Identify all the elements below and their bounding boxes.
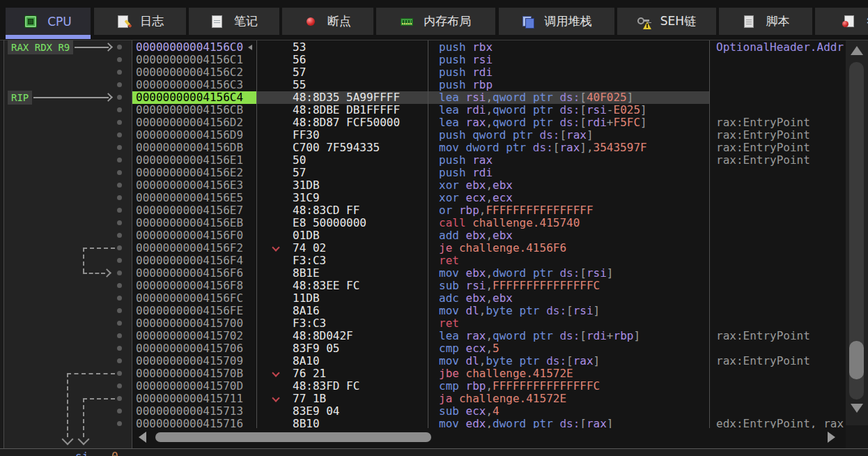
bytes-cell[interactable]: 76 21: [256, 367, 428, 380]
breakpoint-dot[interactable]: [117, 321, 122, 326]
breakpoint-dot[interactable]: [117, 220, 122, 225]
instruction-cell[interactable]: ret: [428, 317, 709, 330]
bytes-cell[interactable]: E8 50000000: [256, 217, 428, 229]
address-cell[interactable]: 00000000004156D2: [132, 116, 256, 129]
comment-cell[interactable]: rax:EntryPoint: [709, 330, 846, 342]
disasm-row[interactable]: 00000000004156E531C9xor ecx,ecx: [132, 192, 846, 204]
disasm-row[interactable]: 00000000004156FC11DBadc ebx,ebx: [132, 292, 846, 305]
comment-cell[interactable]: [709, 380, 846, 393]
comment-cell[interactable]: [709, 91, 846, 104]
instruction-cell[interactable]: cmp ecx,5: [428, 342, 709, 355]
disasm-row[interactable]: 00000000004156F848:83EE FCsub rsi,FFFFFF…: [132, 280, 846, 292]
disassembly-panel[interactable]: 00000000004156C053push rbxOptionalHeader…: [132, 40, 846, 449]
tab-notes[interactable]: 笔记: [189, 8, 279, 35]
bytes-cell[interactable]: 50: [256, 154, 428, 167]
disasm-row[interactable]: 00000000004156D9FF30push qword ptr ds:[r…: [132, 129, 846, 142]
address-cell[interactable]: 00000000004156F0: [132, 229, 256, 242]
bytes-cell[interactable]: 8B1E: [256, 267, 428, 280]
disasm-row[interactable]: 00000000004156F68B1Emov ebx,dword ptr ds…: [132, 267, 846, 280]
instruction-cell[interactable]: push rbx: [428, 41, 709, 54]
disasm-row[interactable]: 00000000004156FE8A16mov dl,byte ptr ds:[…: [132, 305, 846, 317]
instruction-cell[interactable]: sub rsi,FFFFFFFFFFFFFFFC: [428, 280, 709, 292]
comment-cell[interactable]: [709, 66, 846, 79]
bytes-cell[interactable]: 48:8D042F: [256, 330, 428, 342]
scroll-right-arrow-icon[interactable]: [828, 432, 835, 443]
instruction-cell[interactable]: mov ebx,dword ptr ds:[rsi]: [428, 267, 709, 280]
comment-cell[interactable]: [709, 167, 846, 179]
bytes-cell[interactable]: 11DB: [256, 292, 428, 305]
instruction-cell[interactable]: xor ecx,ecx: [428, 192, 709, 204]
address-cell[interactable]: 0000000000415711: [132, 393, 256, 405]
disasm-row[interactable]: 00000000004156DBC700 7F594335mov dword p…: [132, 142, 846, 154]
address-cell[interactable]: 00000000004156F4: [132, 254, 256, 267]
address-cell[interactable]: 0000000000415702: [132, 330, 256, 342]
comment-cell[interactable]: OptionalHeader.Addr: [709, 41, 846, 54]
breakpoint-dot[interactable]: [117, 95, 122, 100]
bytes-cell[interactable]: F3:C3: [256, 317, 428, 330]
address-cell[interactable]: 00000000004156E2: [132, 167, 256, 179]
instruction-cell[interactable]: lea rax,qword ptr ds:[rdi+rbp]: [428, 330, 709, 342]
address-cell[interactable]: 00000000004156FE: [132, 305, 256, 317]
address-cell[interactable]: 00000000004156DB: [132, 142, 256, 154]
address-cell[interactable]: 00000000004156C2: [132, 66, 256, 79]
disasm-row[interactable]: 00000000004156C257push rdi: [132, 66, 846, 79]
breakpoint-dot[interactable]: [117, 70, 122, 75]
bytes-cell[interactable]: 31DB: [256, 179, 428, 192]
address-cell[interactable]: 000000000041570B: [132, 367, 256, 380]
comment-cell[interactable]: [709, 305, 846, 317]
address-cell[interactable]: 00000000004156E1: [132, 154, 256, 167]
breakpoint-dot[interactable]: [117, 346, 122, 351]
breakpoint-dot[interactable]: [117, 245, 122, 250]
tab-call-stack[interactable]: 调用堆栈: [499, 8, 614, 35]
breakpoint-dot[interactable]: [117, 283, 122, 288]
instruction-cell[interactable]: call challenge.415740: [428, 217, 709, 229]
instruction-cell[interactable]: push rdi: [428, 167, 709, 179]
instruction-cell[interactable]: push rax: [428, 154, 709, 167]
disasm-row[interactable]: 0000000000415700F3:C3ret: [132, 317, 846, 330]
address-cell[interactable]: 00000000004156C0: [132, 41, 256, 54]
comment-cell[interactable]: [709, 317, 846, 330]
breakpoint-dot[interactable]: [117, 183, 122, 188]
breakpoint-dot[interactable]: [117, 170, 122, 175]
comment-cell[interactable]: [709, 204, 846, 217]
breakpoint-dot[interactable]: [117, 195, 122, 200]
instruction-cell[interactable]: ret: [428, 254, 709, 267]
bytes-cell[interactable]: 57: [256, 66, 428, 79]
bytes-cell[interactable]: 31C9: [256, 192, 428, 204]
tab-memory-map[interactable]: 内存布局: [376, 8, 495, 35]
address-cell[interactable]: 00000000004156C3: [132, 79, 256, 91]
tab-script[interactable]: 脚本: [719, 8, 812, 35]
disasm-row[interactable]: 00000000004156E257push rdi: [132, 167, 846, 179]
address-cell[interactable]: 00000000004156CB: [132, 104, 256, 116]
bytes-cell[interactable]: 48:83CD FF: [256, 204, 428, 217]
tab-cpu[interactable]: CPU: [6, 8, 91, 35]
breakpoint-dot[interactable]: [117, 358, 122, 363]
comment-cell[interactable]: [709, 79, 846, 91]
instruction-cell[interactable]: cmp rbp,FFFFFFFFFFFFFFFC: [428, 380, 709, 393]
address-cell[interactable]: 0000000000415706: [132, 342, 256, 355]
bytes-cell[interactable]: 8A10: [256, 355, 428, 367]
bytes-cell[interactable]: F3:C3: [256, 254, 428, 267]
scroll-up-arrow-icon[interactable]: [851, 46, 863, 55]
breakpoint-dot[interactable]: [117, 308, 122, 313]
bytes-cell[interactable]: C700 7F594335: [256, 142, 428, 154]
comment-cell[interactable]: [709, 242, 846, 254]
tab-seh-chain[interactable]: SEH链: [617, 8, 716, 35]
instruction-cell[interactable]: lea rax,qword ptr ds:[rdi+F5FC]: [428, 116, 709, 129]
address-cell[interactable]: 00000000004156E7: [132, 204, 256, 217]
address-cell[interactable]: 00000000004156C1: [132, 54, 256, 66]
comment-cell[interactable]: rax:EntryPoint: [709, 142, 846, 154]
comment-cell[interactable]: [709, 393, 846, 405]
disasm-row[interactable]: 00000000004156F274 02je challenge.4156F6: [132, 242, 846, 254]
disasm-row[interactable]: 00000000004156F4F3:C3ret: [132, 254, 846, 267]
bytes-cell[interactable]: 57: [256, 167, 428, 179]
instruction-cell[interactable]: jbe challenge.41572E: [428, 367, 709, 380]
comment-cell[interactable]: [709, 405, 846, 418]
disasm-row[interactable]: 00000000004156F001DBadd ebx,ebx: [132, 229, 846, 242]
comment-cell[interactable]: [709, 367, 846, 380]
address-cell[interactable]: 00000000004156F8: [132, 280, 256, 292]
disasm-row[interactable]: 00000000004156CB48:8DBE DB1FFFFFlea rdi,…: [132, 104, 846, 116]
bytes-cell[interactable]: 55: [256, 79, 428, 91]
bytes-cell[interactable]: 8A16: [256, 305, 428, 317]
address-cell[interactable]: 00000000004156F2: [132, 242, 256, 254]
